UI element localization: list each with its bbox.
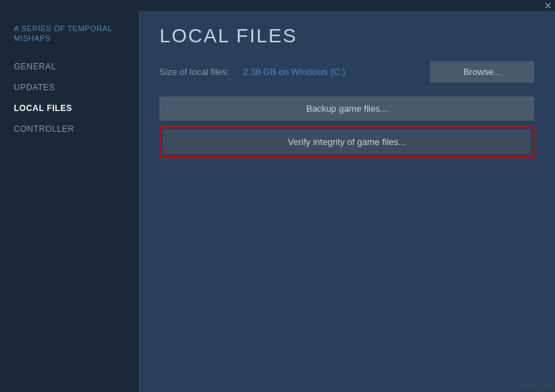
- main-content: LOCAL FILES Size of local files: 2.38 GB…: [139, 11, 555, 392]
- sidebar-game-title[interactable]: A SERIES OF TEMPORAL MISHAPS: [0, 18, 139, 49]
- verify-button-wrapper: Verify integrity of game files...: [160, 126, 534, 157]
- content-area: A SERIES OF TEMPORAL MISHAPS GENERAL UPD…: [0, 11, 555, 392]
- close-button[interactable]: ✕: [541, 0, 555, 11]
- sidebar-item-local-files[interactable]: LOCAL FILES: [0, 98, 139, 119]
- browse-button[interactable]: Browse...: [430, 61, 534, 83]
- file-size-value: 2.38 GB on Windows (C:): [243, 67, 345, 77]
- backup-button[interactable]: Backup game files...: [160, 96, 534, 121]
- verify-button[interactable]: Verify integrity of game files...: [163, 130, 531, 154]
- sidebar-item-general[interactable]: GENERAL: [0, 56, 139, 77]
- window: ✕ A SERIES OF TEMPORAL MISHAPS GENERAL U…: [0, 0, 555, 392]
- file-size-row: Size of local files: 2.38 GB on Windows …: [160, 61, 534, 83]
- sidebar: A SERIES OF TEMPORAL MISHAPS GENERAL UPD…: [0, 11, 139, 392]
- sidebar-item-controller[interactable]: CONTROLLER: [0, 119, 139, 139]
- file-size-label: Size of local files:: [160, 67, 229, 77]
- watermark: wxtdn.com: [518, 381, 552, 389]
- action-buttons: Backup game files... Verify integrity of…: [160, 96, 534, 157]
- close-icon: ✕: [544, 0, 552, 11]
- sidebar-item-updates[interactable]: UPDATES: [0, 77, 139, 98]
- page-title: LOCAL FILES: [160, 25, 534, 47]
